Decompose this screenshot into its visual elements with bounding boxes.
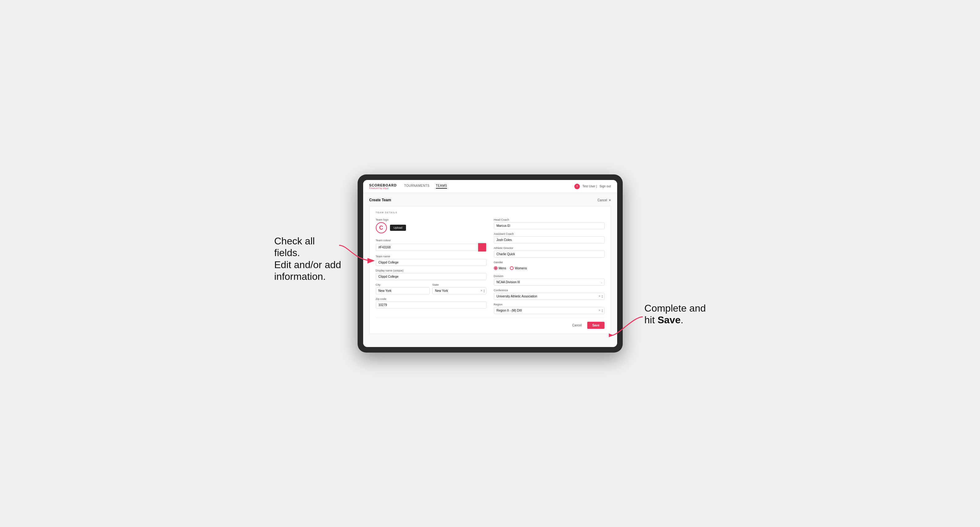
display-name-input[interactable] bbox=[376, 273, 487, 280]
right-annotation: Complete and hit Save. bbox=[644, 302, 706, 326]
brand-logo: SCOREBOARD Powered by clippi bbox=[369, 184, 397, 189]
zip-input[interactable] bbox=[376, 302, 487, 308]
division-input[interactable] bbox=[494, 279, 605, 286]
gender-mens-option[interactable]: Mens bbox=[494, 266, 506, 270]
state-select-controls: ✕ ▲ ▼ bbox=[480, 289, 485, 293]
upload-button[interactable]: Upload bbox=[390, 225, 406, 231]
state-select-wrapper: ✕ ▲ ▼ bbox=[432, 287, 487, 294]
cancel-button[interactable]: Cancel bbox=[569, 322, 585, 329]
state-arrow-down-icon: ▼ bbox=[484, 291, 485, 293]
athletic-director-group: Athletic Director bbox=[494, 246, 605, 258]
team-name-input[interactable] bbox=[376, 259, 487, 266]
left-arrow-icon bbox=[336, 242, 376, 264]
team-colour-input[interactable] bbox=[376, 244, 478, 251]
gender-radio-group: Mens Womens bbox=[494, 265, 605, 271]
team-name-label: Team name bbox=[376, 255, 487, 258]
team-name-group: Team name bbox=[376, 255, 487, 266]
state-clear-button[interactable]: ✕ bbox=[480, 289, 483, 292]
head-coach-input[interactable] bbox=[494, 222, 605, 229]
form-right-column: Head Coach Assistant Coach Athletic Dire… bbox=[494, 218, 605, 314]
division-group: Division ⌄ bbox=[494, 275, 605, 286]
assistant-coach-label: Assistant Coach bbox=[494, 232, 605, 235]
region-clear-button[interactable]: ✕ bbox=[598, 309, 601, 312]
assistant-coach-group: Assistant Coach bbox=[494, 232, 605, 243]
athletic-director-label: Athletic Director bbox=[494, 246, 605, 250]
conference-select-controls: ✕ ▲ ▼ bbox=[598, 295, 603, 298]
section-title: TEAM DETAILS bbox=[376, 211, 605, 214]
page-title: Create Team bbox=[369, 198, 391, 202]
conference-select-wrapper: ✕ ▲ ▼ bbox=[494, 293, 605, 300]
conference-arrows: ▲ ▼ bbox=[601, 295, 603, 298]
form-footer: Cancel Save bbox=[376, 318, 605, 329]
conference-clear-button[interactable]: ✕ bbox=[598, 295, 601, 298]
city-input[interactable] bbox=[376, 287, 430, 294]
cancel-x-button[interactable]: Cancel ✕ bbox=[597, 198, 611, 202]
user-name: Test User | bbox=[582, 185, 597, 188]
city-label: City bbox=[376, 283, 430, 286]
display-name-label: Display name (unique) bbox=[376, 269, 487, 272]
conference-group: Conference ✕ ▲ ▼ bbox=[494, 289, 605, 300]
gender-group: Gender Mens Womens bbox=[494, 261, 605, 271]
gender-mens-radio[interactable] bbox=[494, 266, 498, 270]
state-input[interactable] bbox=[432, 287, 487, 294]
gender-mens-label: Mens bbox=[499, 267, 506, 270]
nav-teams[interactable]: TEAMS bbox=[436, 184, 447, 189]
color-swatch[interactable] bbox=[478, 243, 487, 252]
close-icon: ✕ bbox=[609, 198, 611, 202]
left-annotation: Check all fields. Edit and/or add inform… bbox=[274, 235, 342, 283]
form-left-column: Team logo C Upload Team colour bbox=[376, 218, 487, 314]
create-team-header: Create Team Cancel ✕ bbox=[369, 198, 611, 202]
navbar-right: T Test User | Sign out bbox=[574, 184, 611, 189]
logo-section: C Upload bbox=[376, 222, 487, 233]
gender-womens-option[interactable]: Womens bbox=[510, 266, 527, 270]
team-colour-group: Team colour bbox=[376, 239, 487, 252]
region-arrow-down-icon: ▼ bbox=[601, 311, 603, 313]
region-input[interactable] bbox=[494, 307, 605, 314]
conference-input[interactable] bbox=[494, 293, 605, 300]
color-input-wrapper bbox=[376, 243, 487, 252]
division-label: Division bbox=[494, 275, 605, 278]
city-state-group: City State ✕ bbox=[376, 283, 487, 294]
user-avatar: T bbox=[574, 184, 580, 189]
region-label: Region bbox=[494, 303, 605, 306]
nav-tournaments[interactable]: TOURNAMENTS bbox=[404, 184, 430, 189]
zip-code-group: Zip code bbox=[376, 297, 487, 308]
head-coach-label: Head Coach bbox=[494, 218, 605, 221]
team-logo-label: Team logo bbox=[376, 218, 487, 221]
head-coach-group: Head Coach bbox=[494, 218, 605, 229]
nav-links: TOURNAMENTS TEAMS bbox=[404, 184, 447, 189]
state-arrows: ▲ ▼ bbox=[484, 289, 485, 293]
tablet-device: SCOREBOARD Powered by clippi TOURNAMENTS… bbox=[358, 175, 623, 352]
save-button[interactable]: Save bbox=[587, 322, 604, 329]
form-grid: Team logo C Upload Team colour bbox=[376, 218, 605, 314]
gender-womens-radio[interactable] bbox=[510, 266, 514, 270]
state-label: State bbox=[432, 283, 487, 286]
state-group: State ✕ ▲ ▼ bbox=[432, 283, 487, 294]
main-content: Create Team Cancel ✕ TEAM DETAILS bbox=[363, 193, 617, 347]
region-select-controls: ✕ ▲ ▼ bbox=[598, 309, 603, 313]
zip-label: Zip code bbox=[376, 297, 487, 300]
tablet-screen: SCOREBOARD Powered by clippi TOURNAMENTS… bbox=[363, 180, 617, 347]
brand-name: SCOREBOARD bbox=[369, 184, 397, 187]
city-group: City bbox=[376, 283, 430, 294]
right-arrow-icon bbox=[609, 314, 646, 338]
team-colour-label: Team colour bbox=[376, 239, 487, 242]
form-card: TEAM DETAILS Team logo C Upload bbox=[369, 206, 611, 334]
brand-subtitle: Powered by clippi bbox=[369, 187, 397, 189]
assistant-coach-input[interactable] bbox=[494, 237, 605, 243]
division-select-wrapper: ⌄ bbox=[494, 279, 605, 286]
athletic-director-input[interactable] bbox=[494, 251, 605, 258]
conference-label: Conference bbox=[494, 289, 605, 292]
region-select-wrapper: ✕ ▲ ▼ bbox=[494, 307, 605, 314]
display-name-group: Display name (unique) bbox=[376, 269, 487, 280]
gender-womens-label: Womens bbox=[515, 267, 527, 270]
region-arrows: ▲ ▼ bbox=[601, 309, 603, 313]
conference-arrow-down-icon: ▼ bbox=[601, 297, 603, 298]
gender-label: Gender bbox=[494, 261, 605, 264]
navbar-left: SCOREBOARD Powered by clippi TOURNAMENTS… bbox=[369, 184, 447, 189]
logo-circle: C bbox=[376, 222, 387, 233]
sign-out-link[interactable]: Sign out bbox=[600, 185, 611, 188]
team-logo-group: Team logo C Upload bbox=[376, 218, 487, 236]
navbar: SCOREBOARD Powered by clippi TOURNAMENTS… bbox=[363, 180, 617, 193]
region-group: Region ✕ ▲ ▼ bbox=[494, 303, 605, 314]
